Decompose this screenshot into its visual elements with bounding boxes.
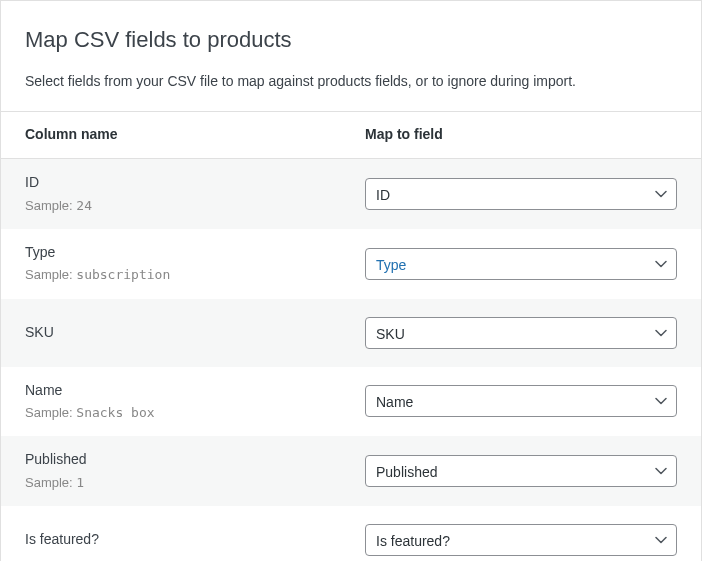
sample-value: Snacks box <box>76 405 154 420</box>
map-to-field-header: Map to field <box>365 125 677 145</box>
map-select-cell: Is featured? <box>365 524 677 556</box>
sample-value: 1 <box>76 475 84 490</box>
field-label: Published <box>25 450 365 470</box>
page-subtitle: Select fields from your CSV file to map … <box>25 72 677 92</box>
column-info: PublishedSample: 1 <box>25 450 365 492</box>
field-label: ID <box>25 173 365 193</box>
table-row: NameSample: Snacks boxName <box>1 367 701 437</box>
select-wrapper: Name <box>365 385 677 417</box>
map-field-select[interactable]: Name <box>365 385 677 417</box>
table-row: TypeSample: subscriptionType <box>1 229 701 299</box>
map-select-cell: Name <box>365 385 677 417</box>
sample-label: Sample: <box>25 267 76 282</box>
sample-value: 24 <box>76 198 92 213</box>
table-row: PublishedSample: 1Published <box>1 436 701 506</box>
csv-mapper-panel: Map CSV fields to products Select fields… <box>0 0 702 561</box>
field-label: Type <box>25 243 365 263</box>
column-info: Is featured? <box>25 530 365 550</box>
field-label: Name <box>25 381 365 401</box>
select-wrapper: Published <box>365 455 677 487</box>
sample-label: Sample: <box>25 405 76 420</box>
map-field-select[interactable]: Type <box>365 248 677 280</box>
select-wrapper: SKU <box>365 317 677 349</box>
map-field-select[interactable]: Published <box>365 455 677 487</box>
map-select-cell: Published <box>365 455 677 487</box>
sample-label: Sample: <box>25 198 76 213</box>
page-title: Map CSV fields to products <box>25 25 677 56</box>
mapping-rows: IDSample: 24IDTypeSample: subscriptionTy… <box>1 159 701 561</box>
column-info: IDSample: 24 <box>25 173 365 215</box>
field-label: SKU <box>25 323 365 343</box>
sample-value: subscription <box>76 267 170 282</box>
sample-text: Sample: subscription <box>25 266 365 284</box>
column-info: TypeSample: subscription <box>25 243 365 285</box>
column-info: SKU <box>25 323 365 343</box>
table-header: Column name Map to field <box>1 111 701 159</box>
sample-label: Sample: <box>25 475 76 490</box>
header: Map CSV fields to products Select fields… <box>1 1 701 111</box>
sample-text: Sample: 1 <box>25 474 365 492</box>
column-name-header: Column name <box>25 125 365 145</box>
select-wrapper: ID <box>365 178 677 210</box>
field-label: Is featured? <box>25 530 365 550</box>
table-row: SKUSKU <box>1 299 701 367</box>
map-select-cell: SKU <box>365 317 677 349</box>
select-wrapper: Type <box>365 248 677 280</box>
map-select-cell: ID <box>365 178 677 210</box>
map-field-select[interactable]: SKU <box>365 317 677 349</box>
table-row: IDSample: 24ID <box>1 159 701 229</box>
select-wrapper: Is featured? <box>365 524 677 556</box>
column-info: NameSample: Snacks box <box>25 381 365 423</box>
sample-text: Sample: 24 <box>25 197 365 215</box>
table-row: Is featured?Is featured? <box>1 506 701 561</box>
map-field-select[interactable]: Is featured? <box>365 524 677 556</box>
map-select-cell: Type <box>365 248 677 280</box>
map-field-select[interactable]: ID <box>365 178 677 210</box>
sample-text: Sample: Snacks box <box>25 404 365 422</box>
